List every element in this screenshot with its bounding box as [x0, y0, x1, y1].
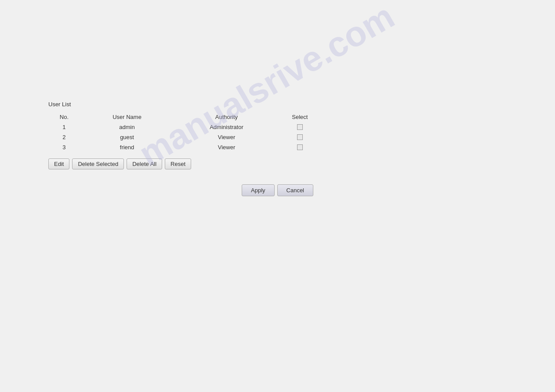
row2-authority: Viewer — [174, 132, 279, 142]
row3-no: 3 — [48, 142, 80, 152]
delete-all-button[interactable]: Delete All — [127, 158, 162, 169]
table-row: 3 friend Viewer — [48, 142, 321, 152]
col-header-username: User Name — [80, 112, 174, 122]
delete-selected-button[interactable]: Delete Selected — [72, 158, 124, 169]
row1-authority: Administrator — [174, 122, 279, 132]
table-row: 1 admin Administrator — [48, 122, 321, 132]
row1-select-cell — [279, 122, 321, 132]
col-header-no: No. — [48, 112, 80, 122]
action-buttons: Edit Delete Selected Delete All Reset — [48, 158, 321, 169]
apply-button[interactable]: Apply — [242, 184, 275, 196]
row1-username: admin — [80, 122, 174, 132]
main-content: User List No. User Name Authority Select… — [48, 101, 321, 169]
row1-no: 1 — [48, 122, 80, 132]
row2-username: guest — [80, 132, 174, 142]
row1-checkbox[interactable] — [297, 124, 303, 130]
row2-no: 2 — [48, 132, 80, 142]
col-header-authority: Authority — [174, 112, 279, 122]
row3-select-cell — [279, 142, 321, 152]
row2-checkbox[interactable] — [297, 134, 303, 140]
user-table: No. User Name Authority Select 1 admin A… — [48, 112, 321, 152]
edit-button[interactable]: Edit — [48, 158, 69, 169]
row3-checkbox[interactable] — [297, 144, 303, 150]
reset-button[interactable]: Reset — [165, 158, 191, 169]
col-header-select: Select — [279, 112, 321, 122]
section-title: User List — [48, 101, 321, 108]
row3-authority: Viewer — [174, 142, 279, 152]
row2-select-cell — [279, 132, 321, 142]
bottom-buttons: Apply Cancel — [242, 184, 313, 196]
cancel-button[interactable]: Cancel — [277, 184, 313, 196]
table-row: 2 guest Viewer — [48, 132, 321, 142]
row3-username: friend — [80, 142, 174, 152]
